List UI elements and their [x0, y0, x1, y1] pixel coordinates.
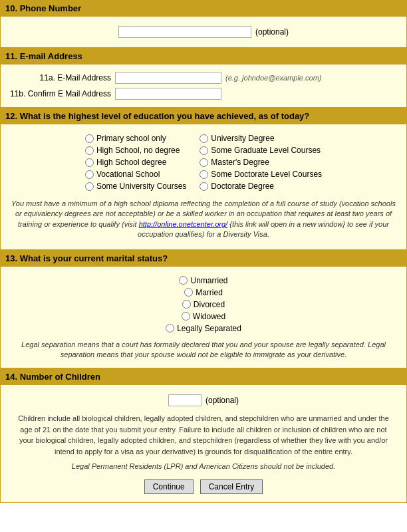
marital-option-married: Married — [184, 288, 223, 297]
edu-label-some-doctorate: Some Doctorate Level Courses — [211, 170, 322, 179]
education-col-1: Primary school only High School, no degr… — [85, 134, 186, 191]
lpr-notice: Legal Permanent Residents (LPR) and Amer… — [9, 460, 398, 474]
edu-option-hs-degree: High School degree — [85, 158, 186, 167]
marital-notice: Legal separation means that a court has … — [9, 337, 398, 363]
section-13-title: 13. What is your current marital status? — [0, 250, 407, 267]
marital-label-widowed: Widowed — [193, 312, 225, 321]
section-12-body: Primary school only High School, no degr… — [0, 124, 407, 250]
edu-option-university-degree: University Degree — [200, 134, 322, 143]
edu-label-hs-degree: High School degree — [96, 158, 166, 167]
edu-option-vocational: Vocational School — [85, 170, 186, 179]
form-buttons: Continue Cancel Entry — [9, 474, 398, 497]
section-14-body: (optional) Children include all biologic… — [0, 385, 407, 503]
edu-option-masters: Master's Degree — [200, 158, 322, 167]
children-notice: Children include all biological children… — [9, 410, 398, 460]
section-13: 13. What is your current marital status?… — [0, 250, 407, 369]
edu-radio-doctorate[interactable] — [200, 182, 208, 191]
children-count-input[interactable] — [168, 394, 202, 406]
email-address-row: 11a. E-Mail Address (e.g. johndoe@exampl… — [9, 70, 398, 86]
section-13-body: Unmarried Married Divorced Widowed Legal… — [0, 267, 407, 369]
marital-option-legally-separated: Legally Separated — [166, 324, 241, 333]
marital-radio-divorced[interactable] — [182, 300, 191, 309]
section-12: 12. What is the highest level of educati… — [0, 108, 407, 250]
children-optional-label: (optional) — [205, 396, 239, 405]
edu-radio-vocational[interactable] — [85, 170, 94, 179]
edu-label-some-graduate: Some Graduate Level Courses — [211, 146, 321, 155]
edu-label-doctorate: Doctorate Degree — [211, 182, 274, 191]
section-10-title: 10. Phone Number — [0, 0, 407, 17]
edu-option-some-graduate: Some Graduate Level Courses — [200, 146, 322, 155]
email-address-input[interactable] — [115, 72, 221, 84]
edu-radio-masters[interactable] — [200, 158, 208, 167]
edu-radio-hs-no-degree[interactable] — [85, 146, 94, 155]
continue-button[interactable]: Continue — [144, 479, 194, 494]
phone-optional-label: (optional) — [255, 27, 289, 37]
edu-radio-some-graduate[interactable] — [200, 146, 208, 155]
marital-option-unmarried: Unmarried — [179, 276, 227, 285]
marital-label-divorced: Divorced — [194, 300, 225, 309]
edu-radio-some-doctorate[interactable] — [200, 170, 208, 179]
edu-radio-university-degree[interactable] — [200, 134, 208, 143]
marital-label-legally-separated: Legally Separated — [177, 324, 241, 333]
edu-label-some-university: Some University Courses — [96, 182, 186, 191]
children-input-row: (optional) — [9, 390, 398, 410]
section-11-title: 11. E-mail Address — [0, 48, 407, 65]
edu-label-vocational: Vocational School — [96, 170, 160, 179]
cancel-entry-button[interactable]: Cancel Entry — [200, 479, 263, 494]
marital-label-unmarried: Unmarried — [190, 276, 227, 285]
marital-radio-legally-separated[interactable] — [166, 324, 174, 332]
confirm-email-row: 11b. Confirm E Mail Address — [9, 86, 398, 102]
phone-input[interactable] — [118, 26, 251, 38]
marital-radio-widowed[interactable] — [182, 312, 190, 321]
section-14-title: 14. Number of Children — [0, 368, 407, 385]
marital-radio-unmarried[interactable] — [179, 276, 188, 285]
edu-notice-link-note: {this link will open in a new window} — [227, 220, 345, 228]
edu-notice-link[interactable]: http://online.onetcenter.org/ — [139, 220, 228, 228]
edu-label-masters: Master's Degree — [211, 158, 269, 167]
marital-radio-married[interactable] — [184, 288, 193, 297]
edu-radio-primary[interactable] — [85, 134, 94, 143]
edu-option-doctorate: Doctorate Degree — [200, 182, 322, 191]
confirm-email-input[interactable] — [115, 88, 221, 100]
edu-radio-some-university[interactable] — [85, 182, 94, 191]
edu-option-some-doctorate: Some Doctorate Level Courses — [200, 170, 322, 179]
marital-option-divorced: Divorced — [182, 300, 225, 309]
edu-radio-hs-degree[interactable] — [85, 158, 94, 167]
section-14: 14. Number of Children (optional) Childr… — [0, 368, 407, 503]
marital-option-widowed: Widowed — [182, 312, 225, 321]
email-label-a: 11a. E-Mail Address — [9, 73, 115, 82]
section-11-body: 11a. E-Mail Address (e.g. johndoe@exampl… — [0, 65, 407, 108]
section-12-title: 12. What is the highest level of educati… — [0, 108, 407, 124]
section-10-body: (optional) — [0, 17, 407, 48]
marital-label-married: Married — [196, 288, 223, 297]
edu-label-primary: Primary school only — [96, 134, 166, 143]
confirm-email-label: 11b. Confirm E Mail Address — [9, 89, 115, 98]
section-11: 11. E-mail Address 11a. E-Mail Address (… — [0, 48, 407, 108]
email-hint: (e.g. johndoe@example.com) — [225, 74, 321, 82]
edu-label-hs-no-degree: High School, no degree — [96, 146, 180, 155]
edu-label-university-degree: University Degree — [211, 134, 274, 143]
marital-options: Unmarried Married Divorced Widowed Legal… — [9, 272, 398, 337]
edu-option-primary: Primary school only — [85, 134, 186, 143]
edu-option-hs-no-degree: High School, no degree — [85, 146, 186, 155]
section-10: 10. Phone Number (optional) — [0, 0, 407, 48]
education-notice: You must have a minimum of a high school… — [9, 195, 398, 244]
education-col-2: University Degree Some Graduate Level Co… — [200, 134, 322, 191]
education-options: Primary school only High School, no degr… — [9, 130, 398, 195]
edu-option-some-university: Some University Courses — [85, 182, 186, 191]
